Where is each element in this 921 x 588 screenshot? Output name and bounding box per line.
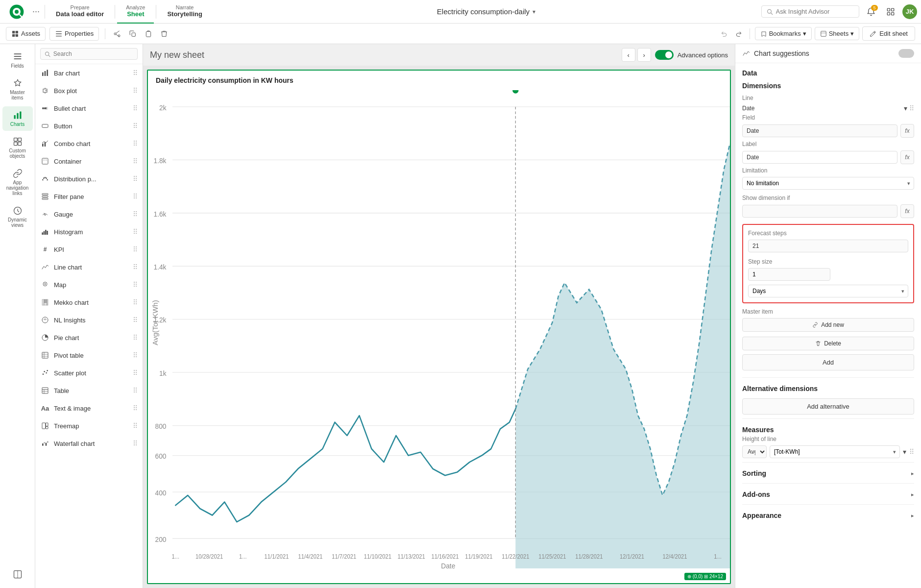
chart-item-text[interactable]: Aa Text & image ⠿ xyxy=(35,399,143,417)
show-dimension-input[interactable] xyxy=(742,205,897,218)
limitation-select[interactable]: No limitation xyxy=(742,177,914,190)
center-title[interactable]: Electricity consumption-daily ▾ xyxy=(211,7,761,16)
bookmarks-button[interactable]: Bookmarks ▾ xyxy=(755,27,812,40)
insight-search-input[interactable] xyxy=(776,8,854,15)
chart-item-box[interactable]: Box plot ⠿ xyxy=(35,82,143,99)
chart-item-map[interactable]: Map ⠿ xyxy=(35,276,143,294)
nav-analyze[interactable]: Analyze Sheet xyxy=(117,0,154,24)
notifications-button[interactable]: 5 xyxy=(863,4,879,20)
measure-drag-icon[interactable]: ⠿ xyxy=(909,448,914,456)
step-unit-select[interactable]: Days Weeks Months xyxy=(748,285,908,297)
chart-item-bullet[interactable]: Bullet chart ⠿ xyxy=(35,99,143,117)
chart-item-scatter[interactable]: Scatter plot ⠿ xyxy=(35,364,143,382)
dimension-drag-icon[interactable]: ⠿ xyxy=(909,104,914,112)
more-options-icon[interactable]: ··· xyxy=(29,6,43,17)
scatter-plot-drag[interactable]: ⠿ xyxy=(133,369,138,377)
nav-prepare[interactable]: Prepare Data load editor xyxy=(47,0,113,24)
user-avatar[interactable]: JK xyxy=(902,4,917,19)
chart-item-mekko[interactable]: Mekko chart ⠿ xyxy=(35,294,143,311)
properties-tab[interactable]: Properties xyxy=(49,27,99,41)
chart-item-gauge[interactable]: Gauge ⠿ xyxy=(35,205,143,223)
dimension-chevron-icon[interactable]: ▾ xyxy=(904,104,907,112)
dist-drag[interactable]: ⠿ xyxy=(133,175,138,183)
chart-item-treemap[interactable]: Treemap ⠿ xyxy=(35,417,143,435)
prev-sheet-button[interactable]: ‹ xyxy=(622,48,635,62)
delete-button[interactable] xyxy=(158,28,170,40)
chart-item-container[interactable]: Container ⠿ xyxy=(35,152,143,170)
qlik-logo[interactable] xyxy=(4,4,29,20)
sidebar-item-custom[interactable]: Custom objects xyxy=(2,133,33,163)
sorting-header[interactable]: Sorting ▸ xyxy=(742,467,914,479)
chart-item-line[interactable]: Line chart ⠿ xyxy=(35,258,143,276)
chart-item-histogram[interactable]: Histogram ⠿ xyxy=(35,223,143,241)
forecast-steps-input[interactable] xyxy=(748,240,908,252)
measures-header[interactable]: Measures xyxy=(742,424,914,436)
chart-item-nl[interactable]: NL Insights ⠿ xyxy=(35,311,143,329)
alt-dimensions-header[interactable]: Alternative dimensions xyxy=(742,383,914,394)
delete-button[interactable]: Delete xyxy=(742,337,914,350)
table-drag[interactable]: ⠿ xyxy=(133,387,138,394)
field-fx-button[interactable]: fx xyxy=(900,124,914,138)
advanced-options-toggle[interactable]: Advanced options xyxy=(655,50,728,60)
kpi-drag[interactable]: ⠿ xyxy=(133,245,138,253)
text-image-drag[interactable]: ⠿ xyxy=(133,404,138,412)
apps-grid-button[interactable] xyxy=(883,4,898,20)
line-chart-drag[interactable]: ⠿ xyxy=(133,263,138,271)
insight-search-box[interactable] xyxy=(761,5,859,18)
filter-pane-drag[interactable]: ⠿ xyxy=(133,193,138,200)
gauge-drag[interactable]: ⠿ xyxy=(133,210,138,218)
bullet-chart-drag[interactable]: ⠿ xyxy=(133,104,138,112)
chart-item-waterfall[interactable]: Waterfall chart ⠿ xyxy=(35,435,143,452)
nl-insights-drag[interactable]: ⠿ xyxy=(133,316,138,324)
button-drag[interactable]: ⠿ xyxy=(133,122,138,130)
add-alternative-button[interactable]: Add alternative xyxy=(742,398,914,415)
cut-button[interactable] xyxy=(111,28,123,40)
chart-item-filter[interactable]: Filter pane ⠿ xyxy=(35,188,143,205)
chart-item-button[interactable]: Button ⠿ xyxy=(35,117,143,135)
copy-button[interactable] xyxy=(127,28,139,40)
measure-chevron-icon[interactable]: ▾ xyxy=(903,448,906,456)
chart-item-table[interactable]: Table ⠿ xyxy=(35,382,143,399)
label-fx-button[interactable]: fx xyxy=(900,150,914,164)
add-new-master-button[interactable]: Add new xyxy=(742,318,914,332)
add-dimension-button[interactable]: Add xyxy=(742,354,914,370)
chart-item-dist[interactable]: Distribution p... ⠿ xyxy=(35,170,143,188)
histogram-drag[interactable]: ⠿ xyxy=(133,228,138,236)
addons-header[interactable]: Add-ons ▸ xyxy=(742,489,914,500)
pie-chart-drag[interactable]: ⠿ xyxy=(133,334,138,342)
paste-button[interactable] xyxy=(143,28,154,40)
sidebar-item-fields[interactable]: Fields xyxy=(2,48,33,73)
sidebar-item-master[interactable]: Master items xyxy=(2,74,33,104)
sidebar-item-nav-links[interactable]: App navigation links xyxy=(2,165,33,200)
appearance-header[interactable]: Appearance ▸ xyxy=(742,510,914,521)
undo-button[interactable] xyxy=(718,28,730,40)
measure-func-select[interactable]: Avg Sum xyxy=(742,445,767,458)
field-input[interactable] xyxy=(742,124,897,137)
next-sheet-button[interactable]: › xyxy=(637,48,651,62)
chart-item-kpi[interactable]: # KPI ⠿ xyxy=(35,241,143,258)
chart-item-combo[interactable]: Combo chart ⠿ xyxy=(35,135,143,152)
show-dim-fx-button[interactable]: fx xyxy=(900,204,914,218)
mekko-drag[interactable]: ⠿ xyxy=(133,298,138,306)
pivot-table-drag[interactable]: ⠿ xyxy=(133,351,138,359)
bar-chart-drag[interactable]: ⠿ xyxy=(133,69,138,77)
sheets-button[interactable]: Sheets ▾ xyxy=(815,27,859,40)
box-plot-drag[interactable]: ⠿ xyxy=(133,87,138,95)
chart-item-pivot[interactable]: Pivot table ⠿ xyxy=(35,346,143,364)
chart-suggestions-toggle[interactable] xyxy=(898,49,914,58)
treemap-drag[interactable]: ⠿ xyxy=(133,422,138,430)
sidebar-bottom-icon[interactable] xyxy=(2,565,33,583)
waterfall-drag[interactable]: ⠿ xyxy=(133,440,138,447)
label-input[interactable] xyxy=(742,151,897,164)
advanced-options-switch[interactable] xyxy=(655,50,674,60)
chart-item-pie[interactable]: Pie chart ⠿ xyxy=(35,329,143,346)
container-drag[interactable]: ⠿ xyxy=(133,157,138,165)
edit-sheet-button[interactable]: Edit sheet xyxy=(862,26,915,41)
map-drag[interactable]: ⠿ xyxy=(133,281,138,289)
measure-field-select[interactable]: [Tot-KWh] xyxy=(770,445,900,458)
charts-search-box[interactable] xyxy=(40,48,138,60)
sidebar-item-dynamic[interactable]: Dynamic views xyxy=(2,202,33,232)
chart-item-bar[interactable]: Bar chart ⠿ xyxy=(35,64,143,82)
charts-search-input[interactable] xyxy=(53,50,133,57)
combo-chart-drag[interactable]: ⠿ xyxy=(133,140,138,147)
